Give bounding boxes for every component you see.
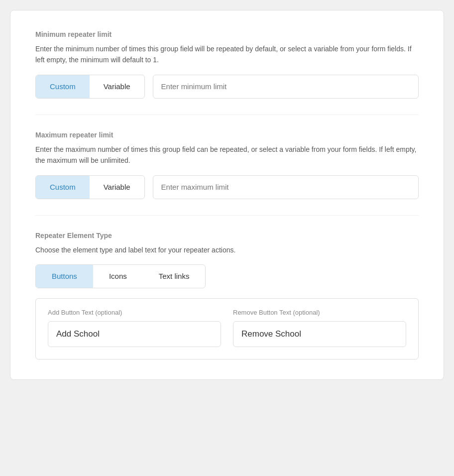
minimum-section: Minimum repeater limit Enter the minimum… — [35, 30, 419, 99]
repeater-section-description: Choose the element type and label text f… — [35, 244, 419, 255]
button-text-box: Add Button Text (optional) Remove Button… — [35, 298, 419, 359]
maximum-section-description: Enter the maximum number of times this g… — [35, 144, 419, 166]
add-button-label: Add Button Text (optional) — [48, 309, 221, 316]
maximum-custom-btn[interactable]: Custom — [36, 176, 90, 199]
minimum-toggle-input-row: Custom Variable — [35, 75, 419, 99]
maximum-toggle-input-row: Custom Variable — [35, 175, 419, 199]
minimum-limit-input[interactable] — [153, 75, 419, 99]
add-button-input[interactable] — [48, 321, 221, 347]
repeater-section-title: Repeater Element Type — [35, 232, 419, 239]
tab-text-links[interactable]: Text links — [143, 265, 206, 288]
maximum-variable-btn[interactable]: Variable — [90, 176, 144, 199]
minimum-toggle-group: Custom Variable — [35, 75, 145, 99]
button-text-fields: Add Button Text (optional) Remove Button… — [48, 309, 406, 347]
add-button-field: Add Button Text (optional) — [48, 309, 221, 347]
tab-icons[interactable]: Icons — [93, 265, 143, 288]
remove-button-label: Remove Button Text (optional) — [233, 309, 406, 316]
main-card: Minimum repeater limit Enter the minimum… — [10, 10, 444, 380]
remove-button-field: Remove Button Text (optional) — [233, 309, 406, 347]
repeater-element-section: Repeater Element Type Choose the element… — [35, 232, 419, 359]
maximum-section: Maximum repeater limit Enter the maximum… — [35, 131, 419, 199]
divider-2 — [35, 215, 419, 216]
minimum-variable-btn[interactable]: Variable — [90, 75, 144, 98]
maximum-section-title: Maximum repeater limit — [35, 131, 419, 139]
maximum-toggle-group: Custom Variable — [35, 175, 145, 199]
minimum-section-description: Enter the minimum number of times this g… — [35, 43, 419, 66]
minimum-custom-btn[interactable]: Custom — [36, 75, 90, 98]
maximum-limit-input[interactable] — [153, 175, 419, 199]
tab-buttons[interactable]: Buttons — [36, 265, 93, 288]
remove-button-input[interactable] — [233, 321, 406, 347]
minimum-section-title: Minimum repeater limit — [35, 30, 419, 38]
divider-1 — [35, 115, 419, 115]
element-type-tab-group: Buttons Icons Text links — [35, 264, 206, 288]
